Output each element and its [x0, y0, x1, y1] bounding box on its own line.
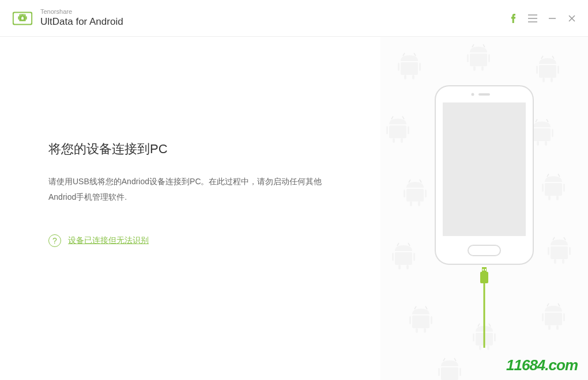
- app-title: Tenorshare UltData for Android: [40, 8, 508, 28]
- page-heading: 将您的设备连接到PC: [48, 140, 357, 158]
- usb-cable-icon: [478, 267, 490, 350]
- window-controls: [508, 14, 576, 23]
- help-row: ? 设备已连接但无法识别: [48, 234, 357, 247]
- svg-rect-5: [18, 16, 19, 20]
- svg-rect-7: [21, 17, 24, 20]
- titlebar: Tenorshare UltData for Android: [0, 0, 588, 37]
- svg-rect-22: [480, 272, 488, 283]
- product-name: UltData for Android: [40, 16, 508, 28]
- minimize-button[interactable]: [548, 14, 557, 23]
- svg-rect-24: [483, 269, 484, 271]
- facebook-icon[interactable]: [508, 14, 518, 23]
- svg-point-18: [472, 93, 474, 96]
- svg-rect-19: [478, 93, 490, 96]
- main-content: 将您的设备连接到PC 请使用USB线将您的Andriod设备连接到PC。在此过程…: [0, 37, 588, 380]
- illustration-panel: [380, 37, 588, 380]
- question-icon: ?: [48, 234, 61, 247]
- svg-point-3: [20, 14, 21, 15]
- instruction-panel: 将您的设备连接到PC 请使用USB线将您的Andriod设备连接到PC。在此过程…: [0, 37, 380, 380]
- svg-rect-23: [484, 283, 485, 348]
- instruction-text: 请使用USB线将您的Andriod设备连接到PC。在此过程中，请勿启动任何其他A…: [48, 174, 337, 204]
- svg-rect-17: [443, 102, 526, 236]
- menu-icon[interactable]: [528, 14, 537, 23]
- svg-point-4: [24, 14, 24, 15]
- close-button[interactable]: [567, 14, 576, 23]
- svg-rect-6: [26, 16, 27, 20]
- svg-rect-25: [485, 269, 486, 271]
- help-link[interactable]: 设备已连接但无法识别: [68, 235, 149, 246]
- watermark: 11684.com: [506, 356, 578, 374]
- svg-rect-8: [22, 16, 22, 17]
- app-icon: [12, 7, 33, 29]
- phone-illustration: [432, 83, 536, 269]
- company-name: Tenorshare: [40, 8, 508, 16]
